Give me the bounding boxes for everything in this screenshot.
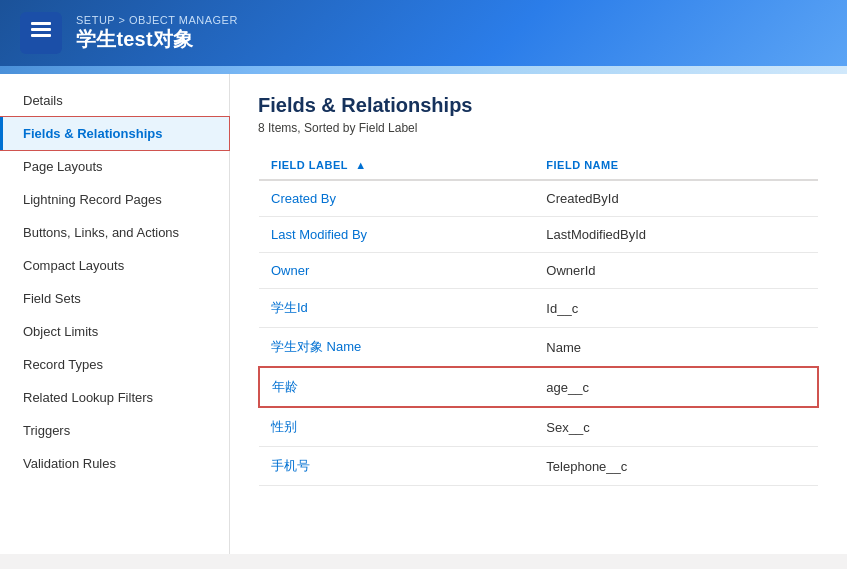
field-name-cell: Telephone__c <box>534 447 818 486</box>
breadcrumb: SETUP > OBJECT MANAGER <box>76 14 238 26</box>
table-row: Last Modified ByLastModifiedById <box>259 217 818 253</box>
section-subtitle: 8 Items, Sorted by Field Label <box>258 121 819 135</box>
col-field-name[interactable]: FIELD NAME <box>534 151 818 180</box>
col-field-label[interactable]: FIELD LABEL ▲ <box>259 151 534 180</box>
svg-rect-0 <box>31 22 51 25</box>
field-name-cell: Id__c <box>534 289 818 328</box>
app-logo-icon <box>29 18 53 48</box>
sidebar-item-fields-relationships[interactable]: Fields & Relationships <box>0 117 229 150</box>
page-title: 学生test对象 <box>76 26 238 53</box>
sort-arrow-icon: ▲ <box>355 159 366 171</box>
field-label-cell: Created By <box>259 180 534 217</box>
sidebar-item-page-layouts[interactable]: Page Layouts <box>0 150 229 183</box>
field-label-cell: 手机号 <box>259 447 534 486</box>
col-field-name-text: FIELD NAME <box>546 159 618 171</box>
table-row: 性别Sex__c <box>259 407 818 447</box>
wave-stripe <box>0 66 847 74</box>
table-row: 学生IdId__c <box>259 289 818 328</box>
field-name-cell: age__c <box>534 367 818 407</box>
field-label-link[interactable]: Last Modified By <box>271 227 367 242</box>
header-text: SETUP > OBJECT MANAGER 学生test对象 <box>76 14 238 53</box>
field-name-cell: CreatedById <box>534 180 818 217</box>
field-label-link[interactable]: 手机号 <box>271 458 310 473</box>
svg-rect-1 <box>31 28 51 31</box>
app-logo <box>20 12 62 54</box>
table-row: Created ByCreatedById <box>259 180 818 217</box>
content-area: Fields & Relationships 8 Items, Sorted b… <box>230 74 847 554</box>
col-field-label-text: FIELD LABEL <box>271 159 348 171</box>
field-label-link[interactable]: Owner <box>271 263 309 278</box>
app-header: SETUP > OBJECT MANAGER 学生test对象 <box>0 0 847 66</box>
sidebar-item-record-types[interactable]: Record Types <box>0 348 229 381</box>
fields-table: FIELD LABEL ▲ FIELD NAME Created ByCreat… <box>258 151 819 486</box>
field-label-cell: 学生Id <box>259 289 534 328</box>
field-label-link[interactable]: 性别 <box>271 419 297 434</box>
table-row: OwnerOwnerId <box>259 253 818 289</box>
field-label-link[interactable]: 年龄 <box>272 379 298 394</box>
sidebar-item-related-lookup-filters[interactable]: Related Lookup Filters <box>0 381 229 414</box>
section-title: Fields & Relationships <box>258 94 819 117</box>
sidebar-item-validation-rules[interactable]: Validation Rules <box>0 447 229 480</box>
sidebar-item-compact-layouts[interactable]: Compact Layouts <box>0 249 229 282</box>
svg-rect-2 <box>31 34 51 37</box>
field-label-link[interactable]: 学生Id <box>271 300 308 315</box>
field-label-link[interactable]: 学生对象 Name <box>271 339 361 354</box>
field-name-cell: LastModifiedById <box>534 217 818 253</box>
field-label-cell: Last Modified By <box>259 217 534 253</box>
table-row: 手机号Telephone__c <box>259 447 818 486</box>
field-label-link[interactable]: Created By <box>271 191 336 206</box>
sidebar-item-lightning-record-pages[interactable]: Lightning Record Pages <box>0 183 229 216</box>
field-name-cell: OwnerId <box>534 253 818 289</box>
sidebar-item-triggers[interactable]: Triggers <box>0 414 229 447</box>
sidebar-item-buttons-links-actions[interactable]: Buttons, Links, and Actions <box>0 216 229 249</box>
field-label-cell: 性别 <box>259 407 534 447</box>
main-content: Details Fields & Relationships Page Layo… <box>0 74 847 554</box>
table-row: 年龄age__c <box>259 367 818 407</box>
sidebar-item-details[interactable]: Details <box>0 84 229 117</box>
field-label-cell: 学生对象 Name <box>259 328 534 368</box>
table-row: 学生对象 NameName <box>259 328 818 368</box>
field-label-cell: Owner <box>259 253 534 289</box>
sidebar-item-field-sets[interactable]: Field Sets <box>0 282 229 315</box>
sidebar: Details Fields & Relationships Page Layo… <box>0 74 230 554</box>
field-name-cell: Name <box>534 328 818 368</box>
sidebar-item-object-limits[interactable]: Object Limits <box>0 315 229 348</box>
field-label-cell: 年龄 <box>259 367 534 407</box>
field-name-cell: Sex__c <box>534 407 818 447</box>
table-header-row: FIELD LABEL ▲ FIELD NAME <box>259 151 818 180</box>
